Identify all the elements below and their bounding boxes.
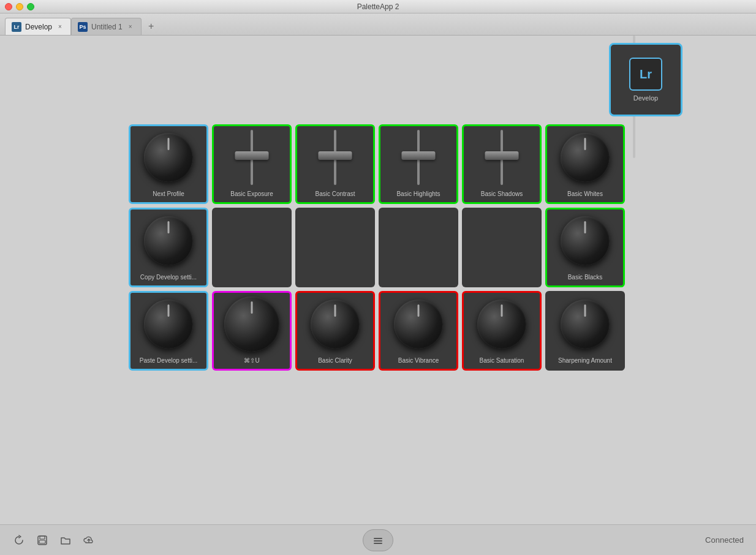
basic-saturation-tile[interactable]: Basic Saturation (462, 291, 542, 371)
svg-rect-4 (374, 540, 382, 542)
tab-bar: Lr Develop × Ps Untitled 1 × + (0, 13, 756, 36)
basic-whites-label: Basic Whites (565, 191, 605, 197)
basic-highlights-label: Basic Highlights (394, 191, 442, 197)
main-content: Lr Develop Next Profile (0, 36, 756, 524)
status-text: Connected (705, 535, 744, 545)
paste-develop-tile[interactable]: Paste Develop setti... (129, 291, 208, 371)
copy-develop-knob[interactable] (144, 216, 193, 265)
basic-saturation-label: Basic Saturation (477, 357, 527, 364)
basic-clarity-tile[interactable]: Basic Clarity (295, 291, 375, 371)
tab-develop[interactable]: Lr Develop × (5, 18, 71, 35)
tab-untitled-close[interactable]: × (126, 23, 135, 31)
sharpening-amount-tile[interactable]: Sharpening Amount (545, 291, 625, 371)
basic-blacks-tile[interactable]: Basic Blacks (545, 208, 625, 287)
basic-vibrance-label: Basic Vibrance (396, 357, 442, 364)
empty-r2c3 (295, 208, 375, 287)
traffic-lights (5, 3, 34, 10)
lr-icon: Lr (12, 22, 21, 32)
copy-develop-label: Copy Develop setti... (138, 274, 199, 281)
basic-whites-knob[interactable] (561, 133, 610, 182)
svg-rect-5 (374, 543, 382, 544)
develop-lr-icon: Lr (629, 58, 662, 91)
basic-whites-tile[interactable]: Basic Whites (545, 124, 625, 204)
minimize-button[interactable] (16, 3, 23, 10)
empty-r2c5 (462, 208, 542, 287)
next-profile-label: Next Profile (150, 191, 187, 197)
svg-rect-2 (39, 540, 45, 543)
bottom-bar: Connected (0, 524, 756, 555)
cmd-shift-u-tile[interactable]: ⌘⇧U (212, 291, 292, 371)
basic-exposure-label: Basic Exposure (228, 191, 275, 197)
next-profile-tile[interactable]: Next Profile (129, 124, 208, 204)
window-title: PaletteApp 2 (357, 2, 399, 11)
basic-clarity-label: Basic Clarity (316, 357, 355, 364)
tab-untitled[interactable]: Ps Untitled 1 × (71, 18, 142, 35)
upload-cloud-icon[interactable] (82, 534, 96, 547)
maximize-button[interactable] (27, 3, 34, 10)
tab-untitled-label: Untitled 1 (91, 23, 123, 31)
close-button[interactable] (5, 3, 12, 10)
paste-develop-label: Paste Develop setti... (137, 357, 200, 364)
basic-clarity-knob[interactable] (311, 300, 360, 349)
basic-saturation-knob[interactable] (477, 300, 526, 349)
cmd-shift-u-knob[interactable] (224, 296, 279, 352)
tab-develop-close[interactable]: × (56, 23, 64, 31)
next-profile-knob[interactable] (144, 133, 193, 182)
cmd-shift-u-label: ⌘⇧U (241, 357, 262, 364)
folder-icon[interactable] (59, 534, 72, 547)
basic-shadows-tile[interactable]: Basic Shadows (462, 124, 542, 204)
svg-rect-3 (374, 538, 382, 539)
basic-highlights-tile[interactable]: Basic Highlights (379, 124, 458, 204)
basic-shadows-label: Basic Shadows (478, 191, 525, 197)
develop-label: Develop (633, 94, 658, 102)
basic-contrast-tile[interactable]: Basic Contrast (295, 124, 375, 204)
basic-vibrance-knob[interactable] (394, 300, 443, 349)
tab-develop-label: Develop (25, 23, 52, 31)
sharpening-amount-knob[interactable] (561, 300, 610, 349)
refresh-icon[interactable] (12, 534, 26, 547)
basic-vibrance-tile[interactable]: Basic Vibrance (379, 291, 458, 371)
basic-contrast-label: Basic Contrast (312, 191, 357, 197)
basic-exposure-tile[interactable]: Basic Exposure (212, 124, 292, 204)
basic-blacks-label: Basic Blacks (565, 274, 605, 281)
title-bar: PaletteApp 2 (0, 0, 756, 13)
basic-blacks-knob[interactable] (561, 216, 610, 265)
paste-develop-knob[interactable] (144, 300, 193, 349)
tab-add-button[interactable]: + (144, 19, 159, 34)
save-icon[interactable] (36, 534, 49, 547)
copy-develop-tile[interactable]: Copy Develop setti... (129, 208, 208, 287)
develop-module[interactable]: Lr Develop (609, 43, 682, 116)
sharpening-amount-label: Sharpening Amount (556, 357, 614, 364)
ps-icon: Ps (78, 22, 88, 32)
empty-r2c2 (212, 208, 292, 287)
bottom-left-icons (12, 534, 96, 547)
empty-r2c4 (379, 208, 458, 287)
bottom-center (363, 529, 393, 551)
list-button[interactable] (363, 529, 393, 551)
